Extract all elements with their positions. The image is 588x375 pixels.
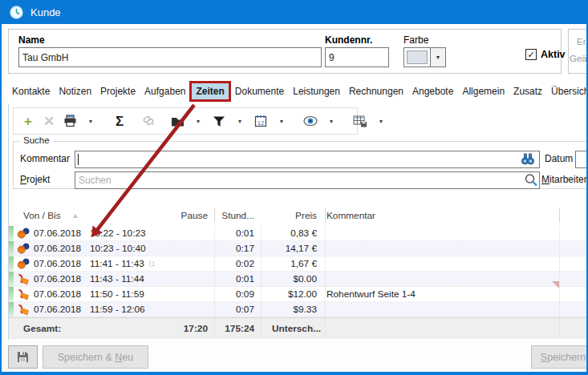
chevron-down-icon: ▼	[436, 54, 441, 60]
name-label: Name	[18, 34, 45, 46]
cell-preis: $0.00	[254, 273, 317, 284]
save-button[interactable]: Speichern	[531, 345, 588, 369]
color-caret-button[interactable]: ▼	[431, 47, 446, 67]
tab-übersicht[interactable]: Übersicht	[547, 82, 588, 101]
tab-allgemein[interactable]: Allgemein	[458, 82, 509, 101]
times-table: Von / Bis ▲ Pause Stund... Preis Komment…	[9, 205, 588, 340]
clock-icon	[10, 6, 23, 19]
column-separator	[214, 208, 215, 223]
tab-kontakte[interactable]: Kontakte	[8, 82, 54, 101]
calendar-icon: 12	[254, 115, 267, 127]
timer-balls-icon	[17, 243, 30, 255]
row-state-strip	[9, 256, 14, 271]
table-row[interactable]: 07.06.201810:22 - 10:230:010,83 €	[9, 226, 588, 241]
tab-zusatz[interactable]: Zusatz	[509, 82, 546, 101]
cell-preis: $12.00	[254, 288, 317, 300]
grid-dropdown-button[interactable]: ▼	[371, 111, 391, 131]
tab-dokumente[interactable]: Dokumente	[231, 82, 288, 101]
row-date: 07.06.2018	[34, 304, 87, 315]
footer-preis-total: Untersch...	[254, 323, 317, 334]
column-separator	[214, 226, 216, 339]
chevron-down-icon: ▼	[277, 119, 287, 124]
tab-angebote[interactable]: Angebote	[408, 82, 457, 101]
chevron-down-icon: ▼	[376, 119, 387, 124]
projekt-search-input[interactable]	[75, 171, 540, 189]
folder-icon	[171, 115, 185, 127]
tab-notizen[interactable]: Notizen	[55, 82, 95, 101]
save-icon-button[interactable]	[8, 345, 38, 369]
binoculars-icon[interactable]	[521, 152, 535, 167]
printer-icon	[63, 115, 77, 127]
filter-button[interactable]	[209, 111, 229, 131]
table-row[interactable]: 07.06.201811:43 - 11:440:01$0.00	[9, 272, 588, 287]
view-button[interactable]	[301, 111, 320, 131]
chevron-down-icon: ▼	[193, 119, 204, 124]
farbe-dropdown[interactable]: ▼	[403, 47, 446, 67]
row-date: 07.06.2018	[34, 243, 87, 254]
text-cursor	[78, 154, 79, 165]
filter-dropdown-button[interactable]: ▼	[230, 111, 249, 131]
calendar-dropdown-button[interactable]: ▼	[272, 111, 291, 131]
view-dropdown-button[interactable]: ▼	[322, 111, 341, 131]
table-row[interactable]: 07.06.201811:41 - 11:43(10:021,67 €	[9, 256, 588, 272]
tab-leistungen[interactable]: Leistungen	[289, 82, 344, 101]
search-groupbox: Suche Kommentar Datum Projekt Mitarbeite…	[13, 141, 588, 189]
meta-panel: Er Geär	[568, 29, 588, 74]
footer-gesamt-label: Gesamt:	[17, 323, 169, 334]
row-state-strip	[9, 241, 14, 256]
table-row[interactable]: 07.06.201811:50 - 11:590:09$12.00Rohentw…	[9, 287, 588, 302]
tab-zeiten[interactable]: Zeiten	[189, 81, 230, 102]
row-date: 07.06.2018	[34, 258, 87, 269]
column-header-pause[interactable]: Pause	[169, 210, 208, 221]
sum-button[interactable]: Σ	[110, 111, 129, 131]
search-icon[interactable]	[524, 173, 538, 188]
column-header-kommentar[interactable]: Kommentar	[317, 210, 551, 221]
kundennr-field[interactable]	[325, 47, 389, 67]
cell-preis: 14,17 €	[254, 243, 317, 254]
row-state-strip	[9, 272, 14, 286]
sort-ascending-icon: ▲	[72, 212, 79, 220]
row-state-strip	[9, 226, 14, 240]
link-button[interactable]	[139, 111, 158, 131]
aktiv-checkbox[interactable]: ✓	[525, 49, 537, 60]
column-separator	[261, 226, 262, 339]
meta-changed-label: Geär	[570, 54, 588, 63]
row-time-range: 11:50 - 11:59	[90, 288, 144, 300]
column-header-vonbis[interactable]: Von / Bis ▲	[17, 210, 169, 221]
row-time-range: 10:22 - 10:23	[90, 228, 146, 239]
times-toolbar: + ✕ ▼ Σ ▼	[13, 107, 358, 135]
plus-icon: +	[24, 115, 32, 128]
table-footer-row: Gesamt: 17:20 175:24 Untersch...	[9, 317, 588, 339]
calendar-button[interactable]: 12	[251, 111, 270, 131]
svg-text:12: 12	[258, 119, 264, 127]
save-and-new-button[interactable]: Speichern & Neu	[43, 345, 148, 369]
print-button[interactable]	[60, 111, 79, 131]
folder-button[interactable]	[168, 111, 187, 131]
row-date: 07.06.2018	[34, 273, 87, 284]
row-time-range: 11:43 - 11:44	[90, 273, 144, 284]
timer-balls-icon	[17, 228, 30, 240]
table-row[interactable]: 07.06.201811:59 - 12:060:07$9.33	[9, 302, 588, 317]
row-state-strip	[9, 302, 14, 317]
kommentar-search-input[interactable]	[75, 151, 540, 168]
print-dropdown-button[interactable]: ▼	[81, 111, 100, 131]
folder-dropdown-button[interactable]: ▼	[189, 111, 208, 131]
datum-label: Datum	[545, 153, 573, 164]
tab-projekte[interactable]: Projekte	[96, 82, 140, 101]
cell-preis: 1,67 €	[254, 258, 317, 269]
tab-rechnungen[interactable]: Rechnungen	[345, 82, 408, 101]
delete-button[interactable]: ✕	[39, 111, 59, 131]
flag-swoosh-icon	[17, 304, 30, 316]
column-header-preis[interactable]: Preis	[254, 210, 317, 221]
name-field[interactable]	[18, 47, 322, 67]
timer-balls-icon	[17, 258, 30, 270]
tab-aufgaben[interactable]: Aufgaben	[140, 82, 189, 101]
add-button[interactable]: +	[18, 111, 38, 131]
datum-input[interactable]	[575, 151, 588, 168]
table-row[interactable]: 07.06.201810:23 - 10:400:1714,17 €	[9, 241, 588, 256]
color-swatch-button[interactable]	[403, 47, 431, 67]
cell-preis: 0,83 €	[254, 228, 317, 239]
grid-layout-button[interactable]	[351, 111, 370, 131]
eye-icon	[303, 115, 318, 127]
table-header-row[interactable]: Von / Bis ▲ Pause Stund... Preis Komment…	[9, 205, 588, 226]
